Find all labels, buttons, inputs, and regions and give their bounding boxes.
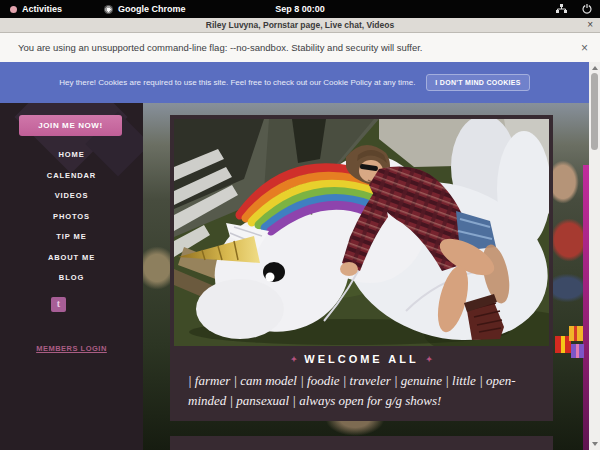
infobar-message: You are using an unsupported command-lin… xyxy=(18,42,423,53)
cookie-consent-bar: Hey there! Cookies are required to use t… xyxy=(0,62,589,103)
sidebar-item-videos[interactable]: VIDEOS xyxy=(0,186,143,207)
welcome-text: | farmer | cam model | foodie | traveler… xyxy=(188,371,535,411)
infobar-close-icon[interactable]: × xyxy=(581,41,588,55)
latest-videos-panel: ✦LATEST VIDEOS✦ xyxy=(170,436,553,450)
app-menu-google-chrome[interactable]: Google Chrome xyxy=(104,4,186,14)
sidebar: JOIN ME NOW! HOME CALENDAR VIDEOS PHOTOS… xyxy=(0,103,143,450)
window-title: Riley Luvyna, Pornstar page, Live chat, … xyxy=(206,20,394,30)
diamond-ornament-icon: ✦ xyxy=(426,355,433,364)
main-content: ✦WELCOME ALL✦ | farmer | cam model | foo… xyxy=(170,115,553,450)
cookie-message: Hey there! Cookies are required to use t… xyxy=(59,78,415,87)
activities-dot-icon xyxy=(10,6,17,13)
members-login-link[interactable]: MEMBERS LOGIN xyxy=(0,344,143,353)
welcome-section: ✦WELCOME ALL✦ | farmer | cam model | foo… xyxy=(174,346,549,421)
gift-icon xyxy=(569,326,583,341)
chrome-icon xyxy=(104,5,113,14)
window-close-button[interactable]: × xyxy=(587,18,593,31)
cookie-accept-button[interactable]: I DON'T MIND COOKIES xyxy=(426,74,529,91)
scrollbar-thumb[interactable] xyxy=(591,73,598,150)
page: Hey there! Cookies are required to use t… xyxy=(0,62,589,450)
sidebar-item-home[interactable]: HOME xyxy=(0,145,143,166)
network-icon[interactable] xyxy=(556,4,567,14)
hero-photo-unicorn xyxy=(174,119,549,346)
page-scrollbar[interactable] xyxy=(589,62,600,450)
activities-button[interactable]: Activities xyxy=(10,4,62,14)
gnome-top-bar: Activities Google Chrome Sep 8 00:00 xyxy=(0,0,600,18)
power-icon[interactable] xyxy=(582,4,592,14)
screen: Activities Google Chrome Sep 8 00:00 xyxy=(0,0,600,450)
join-me-now-button[interactable]: JOIN ME NOW! xyxy=(19,115,122,136)
sidebar-item-calendar[interactable]: CALENDAR xyxy=(0,166,143,187)
diamond-ornament-icon: ✦ xyxy=(291,355,298,364)
sidebar-item-about-me[interactable]: ABOUT ME xyxy=(0,248,143,269)
scrollbar-up-icon[interactable] xyxy=(592,66,598,70)
sidebar-nav: HOME CALENDAR VIDEOS PHOTOS TIP ME ABOUT… xyxy=(0,145,143,289)
web-viewport: Hey there! Cookies are required to use t… xyxy=(0,62,600,450)
sidebar-item-tip-me[interactable]: TIP ME xyxy=(0,227,143,248)
hero-panel: ✦WELCOME ALL✦ | farmer | cam model | foo… xyxy=(170,115,553,421)
chrome-infobar: You are using an unsupported command-lin… xyxy=(0,33,600,62)
window-titlebar: Riley Luvyna, Pornstar page, Live chat, … xyxy=(0,18,600,33)
activities-label: Activities xyxy=(22,4,62,14)
welcome-title: ✦WELCOME ALL✦ xyxy=(188,353,535,365)
app-menu-label: Google Chrome xyxy=(118,4,186,14)
gift-icon xyxy=(571,344,584,358)
twitter-icon[interactable]: t xyxy=(51,297,66,312)
sidebar-item-blog[interactable]: BLOG xyxy=(0,268,143,289)
clock[interactable]: Sep 8 00:00 xyxy=(275,4,325,14)
scrollbar-down-icon[interactable] xyxy=(592,442,598,446)
sidebar-item-photos[interactable]: PHOTOS xyxy=(0,207,143,228)
